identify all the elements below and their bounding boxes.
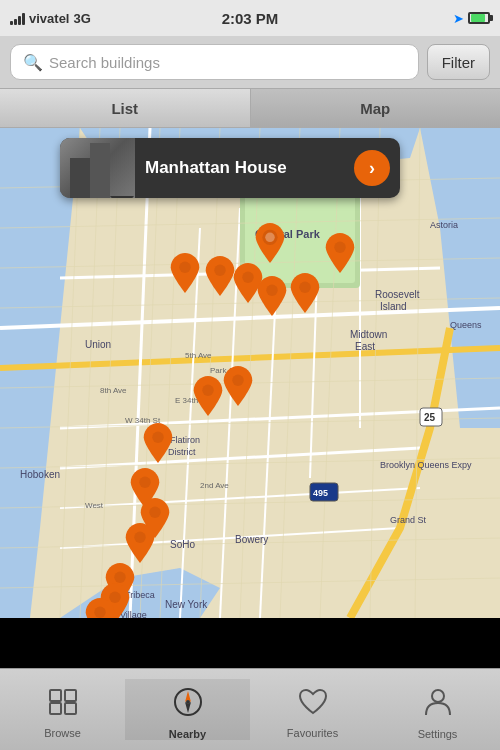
battery-icon: [468, 12, 490, 24]
map-area[interactable]: Central Park Union Hoboken Midtown East …: [0, 128, 500, 618]
svg-point-82: [94, 607, 105, 618]
heart-icon: [298, 688, 328, 723]
pin5[interactable]: [257, 276, 287, 316]
svg-point-90: [186, 700, 190, 704]
svg-point-73: [299, 282, 310, 293]
svg-rect-86: [65, 703, 76, 714]
svg-text:Union: Union: [85, 339, 111, 350]
view-tabs: List Map: [0, 88, 500, 128]
svg-point-71: [266, 285, 277, 296]
tab-nearby-label: Nearby: [169, 728, 206, 740]
location-icon: ➤: [453, 11, 464, 26]
tab-bar: Browse Nearby Favourites Settings: [0, 668, 500, 750]
svg-point-67: [265, 233, 275, 243]
svg-rect-84: [65, 690, 76, 701]
pin2[interactable]: [170, 253, 200, 293]
status-time: 2:03 PM: [222, 10, 279, 27]
status-bar: vivatel 3G 2:03 PM ➤: [0, 0, 500, 36]
svg-rect-83: [50, 690, 61, 701]
search-bar: 🔍 Search buildings Filter: [0, 36, 500, 88]
svg-point-72: [334, 242, 345, 253]
search-input-wrapper[interactable]: 🔍 Search buildings: [10, 44, 419, 80]
filter-button[interactable]: Filter: [427, 44, 490, 80]
svg-text:5th Ave: 5th Ave: [185, 351, 212, 360]
tab-favourites-label: Favourites: [287, 727, 338, 739]
popup-thumbnail: [60, 138, 135, 198]
signal-icon: [10, 11, 25, 25]
svg-text:East: East: [355, 341, 375, 352]
svg-point-77: [139, 477, 150, 488]
map-popup[interactable]: Manhattan House ›: [60, 138, 400, 198]
svg-point-68: [179, 262, 190, 273]
svg-text:Roosevelt: Roosevelt: [375, 289, 420, 300]
person-icon: [423, 687, 453, 724]
status-right: ➤: [453, 11, 490, 26]
svg-text:Flatiron: Flatiron: [170, 435, 200, 445]
svg-text:25: 25: [424, 412, 436, 423]
svg-point-80: [114, 572, 125, 583]
compass-icon: [173, 687, 203, 724]
tab-nearby[interactable]: Nearby: [125, 679, 250, 740]
svg-point-78: [149, 507, 160, 518]
pin16[interactable]: [85, 598, 115, 618]
popup-chevron-icon: ›: [369, 159, 375, 177]
tab-settings-label: Settings: [418, 728, 458, 740]
pin7[interactable]: [290, 273, 320, 313]
svg-text:Midtown: Midtown: [350, 329, 387, 340]
search-icon: 🔍: [23, 53, 43, 72]
tab-settings[interactable]: Settings: [375, 679, 500, 740]
svg-text:Hoboken: Hoboken: [20, 469, 60, 480]
svg-text:495: 495: [313, 488, 328, 498]
svg-point-70: [242, 272, 253, 283]
tab-list[interactable]: List: [0, 89, 251, 127]
network-type: 3G: [73, 11, 90, 26]
svg-text:Queens: Queens: [450, 320, 482, 330]
pin6[interactable]: [325, 233, 355, 273]
tab-browse[interactable]: Browse: [0, 680, 125, 739]
svg-text:8th Ave: 8th Ave: [100, 386, 127, 395]
svg-text:2nd Ave: 2nd Ave: [200, 481, 229, 490]
svg-text:Bowery: Bowery: [235, 534, 268, 545]
svg-point-69: [214, 265, 225, 276]
svg-text:Grand St: Grand St: [390, 515, 427, 525]
svg-point-79: [134, 532, 145, 543]
pin1[interactable]: [255, 223, 285, 263]
pin3[interactable]: [205, 256, 235, 296]
svg-text:Brooklyn Queens Expy: Brooklyn Queens Expy: [380, 460, 472, 470]
tab-favourites[interactable]: Favourites: [250, 680, 375, 739]
pin13[interactable]: [125, 523, 155, 563]
grid-icon: [48, 688, 78, 723]
carrier-name: vivatel: [29, 11, 69, 26]
svg-text:Island: Island: [380, 301, 407, 312]
pin10[interactable]: [143, 423, 173, 463]
svg-text:West: West: [85, 501, 104, 510]
svg-point-75: [232, 375, 243, 386]
svg-rect-85: [50, 703, 61, 714]
carrier-info: vivatel 3G: [10, 11, 91, 26]
popup-arrow-button[interactable]: ›: [354, 150, 390, 186]
svg-point-91: [432, 690, 444, 702]
search-placeholder: Search buildings: [49, 54, 160, 71]
svg-text:SoHo: SoHo: [170, 539, 195, 550]
svg-text:New York: New York: [165, 599, 208, 610]
pin9[interactable]: [223, 366, 253, 406]
tab-map[interactable]: Map: [251, 89, 501, 127]
svg-point-76: [152, 432, 163, 443]
pin8[interactable]: [193, 376, 223, 416]
svg-point-74: [202, 385, 213, 396]
svg-text:Astoria: Astoria: [430, 220, 458, 230]
popup-title: Manhattan House: [135, 158, 354, 178]
tab-browse-label: Browse: [44, 727, 81, 739]
